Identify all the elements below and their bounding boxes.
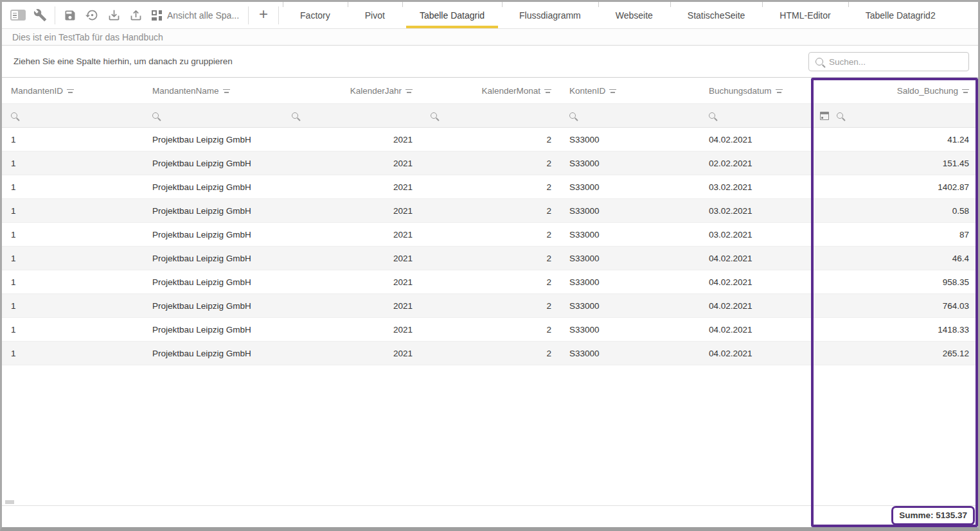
- tab-statischeseite[interactable]: StatischeSeite: [670, 2, 763, 28]
- search-input[interactable]: [829, 57, 962, 67]
- download-icon: [107, 8, 121, 22]
- column-filter-icon[interactable]: [544, 88, 551, 94]
- cell-kalenderjahr: 2021: [283, 342, 422, 365]
- header-cell-buchungsdatum[interactable]: Buchungsdatum: [700, 78, 811, 103]
- calendar-icon: [820, 112, 829, 120]
- upload-icon: [129, 8, 143, 22]
- add-tab-button[interactable]: +: [253, 4, 274, 26]
- cell-kontenid: S33000: [560, 270, 700, 293]
- horizontal-scrollbar-thumb[interactable]: [5, 500, 14, 504]
- download-button[interactable]: [103, 4, 125, 26]
- filter-cell-mandantenid[interactable]: [2, 104, 143, 127]
- column-filter-icon[interactable]: [776, 88, 783, 94]
- filter-cell-kalendermonat[interactable]: [422, 104, 560, 127]
- search-icon: [152, 112, 159, 119]
- table-row[interactable]: 1Projektbau Leipzig GmbH20212S3300003.02…: [2, 175, 978, 199]
- header-cell-mandantenname[interactable]: MandantenName: [143, 78, 283, 103]
- cell-saldo-buchung: 0.58: [811, 199, 978, 222]
- toolbar: Ansicht alle Spa... +: [2, 2, 283, 28]
- filter-cell-kalenderjahr[interactable]: [283, 104, 422, 127]
- settings-button[interactable]: [29, 4, 51, 26]
- cell-mandantenname: Projektbau Leipzig GmbH: [143, 175, 283, 198]
- cell-kontenid: S33000: [560, 294, 700, 317]
- cell-kalendermonat: 2: [422, 128, 560, 151]
- column-label: KontenID: [569, 86, 605, 96]
- cell-buchungsdatum: 04.02.2021: [700, 294, 811, 317]
- restore-button[interactable]: [81, 4, 103, 26]
- tab-tabelle-datagrid2[interactable]: Tabelle Datagrid2: [848, 2, 953, 28]
- plus-icon: +: [259, 6, 268, 22]
- table-row[interactable]: 1Projektbau Leipzig GmbH20212S3300003.02…: [2, 199, 978, 223]
- cell-kalenderjahr: 2021: [283, 270, 422, 293]
- search-box[interactable]: [808, 52, 969, 71]
- cell-kalendermonat: 2: [422, 294, 560, 317]
- tab-label: StatischeSeite: [688, 10, 745, 21]
- header-cell-kalendermonat[interactable]: KalenderMonat: [422, 78, 560, 103]
- cell-mandantenname: Projektbau Leipzig GmbH: [143, 247, 283, 270]
- table-row[interactable]: 1Projektbau Leipzig GmbH20212S3300004.02…: [2, 128, 978, 152]
- grid-filter-row: [2, 103, 978, 128]
- tab-html-editor[interactable]: HTML-Editor: [762, 2, 848, 28]
- header-cell-saldo-buchung[interactable]: Saldo_Buchung: [811, 78, 978, 103]
- cell-mandantenname: Projektbau Leipzig GmbH: [143, 270, 283, 293]
- header-cell-kontenid[interactable]: KontenID: [560, 78, 700, 103]
- cell-kontenid: S33000: [560, 342, 700, 365]
- column-filter-icon[interactable]: [67, 88, 74, 94]
- cell-kontenid: S33000: [560, 247, 700, 270]
- tab-tabelle-datagrid[interactable]: Tabelle Datagrid: [402, 2, 502, 28]
- cell-mandantenname: Projektbau Leipzig GmbH: [143, 199, 283, 222]
- search-icon: [292, 112, 298, 119]
- toolbar-separator: [278, 6, 279, 24]
- save-button[interactable]: [59, 4, 81, 26]
- layout-grid-icon: [152, 10, 162, 21]
- column-filter-icon[interactable]: [405, 88, 413, 94]
- table-row[interactable]: 1Projektbau Leipzig GmbH20212S3300004.02…: [2, 270, 978, 294]
- filter-cell-kontenid[interactable]: [560, 104, 700, 127]
- panel-view-button[interactable]: [7, 4, 29, 26]
- header-cell-mandantenid[interactable]: MandantenID: [2, 78, 143, 103]
- table-row[interactable]: 1Projektbau Leipzig GmbH20212S3300004.02…: [2, 318, 978, 342]
- table-row[interactable]: 1Projektbau Leipzig GmbH20212S3300003.02…: [2, 223, 978, 247]
- cell-mandantenname: Projektbau Leipzig GmbH: [143, 128, 283, 151]
- grid-header-row: MandantenIDMandantenNameKalenderJahrKale…: [2, 78, 978, 103]
- view-all-columns-button[interactable]: Ansicht alle Spa...: [147, 10, 244, 21]
- table-row[interactable]: 1Projektbau Leipzig GmbH20212S3300002.02…: [2, 152, 978, 175]
- tab-factory[interactable]: Factory: [283, 2, 348, 28]
- column-label: KalenderJahr: [350, 86, 402, 96]
- info-bar: Dies ist ein TestTab für das Handbuch: [2, 29, 978, 46]
- cell-kalenderjahr: 2021: [283, 199, 422, 222]
- tab-webseite[interactable]: Webseite: [598, 2, 670, 28]
- table-row[interactable]: 1Projektbau Leipzig GmbH20212S3300004.02…: [2, 294, 978, 318]
- table-row[interactable]: 1Projektbau Leipzig GmbH20212S3300004.02…: [2, 342, 978, 365]
- header-cell-kalenderjahr[interactable]: KalenderJahr: [283, 78, 422, 103]
- cell-kalendermonat: 2: [422, 318, 560, 341]
- column-filter-icon[interactable]: [962, 88, 969, 94]
- cell-mandantenid: 1: [2, 318, 143, 341]
- table-row[interactable]: 1Projektbau Leipzig GmbH20212S3300004.02…: [2, 247, 978, 270]
- upload-button[interactable]: [125, 4, 147, 26]
- filter-cell-buchungsdatum[interactable]: [700, 104, 811, 127]
- cell-kalenderjahr: 2021: [283, 223, 422, 246]
- column-filter-icon[interactable]: [609, 88, 616, 94]
- cell-kontenid: S33000: [560, 199, 700, 222]
- cell-buchungsdatum: 03.02.2021: [700, 199, 811, 222]
- column-label: MandantenID: [11, 86, 63, 96]
- column-label: Buchungsdatum: [709, 86, 772, 96]
- wrench-icon: [33, 8, 47, 22]
- tab-label: HTML-Editor: [780, 10, 830, 21]
- column-label: Saldo_Buchung: [897, 86, 958, 96]
- tab-flussdiagramm[interactable]: Flussdiagramm: [502, 2, 598, 28]
- cell-saldo-buchung: 1418.33: [811, 318, 978, 341]
- cell-kalendermonat: 2: [422, 270, 560, 293]
- group-panel[interactable]: Ziehen Sie eine Spalte hierhin, um danac…: [2, 46, 978, 78]
- filter-cell-saldo-buchung[interactable]: [811, 104, 978, 127]
- tab-label: Webseite: [616, 10, 653, 21]
- filter-cell-mandantenname[interactable]: [143, 104, 283, 127]
- cell-kalendermonat: 2: [422, 247, 560, 270]
- column-filter-icon[interactable]: [223, 88, 230, 94]
- grid-footer: Summe: 5135.37: [2, 505, 978, 527]
- tab-label: Tabelle Datagrid: [420, 10, 485, 21]
- cell-kalendermonat: 2: [422, 199, 560, 222]
- tab-pivot[interactable]: Pivot: [348, 2, 402, 28]
- search-icon: [431, 112, 437, 119]
